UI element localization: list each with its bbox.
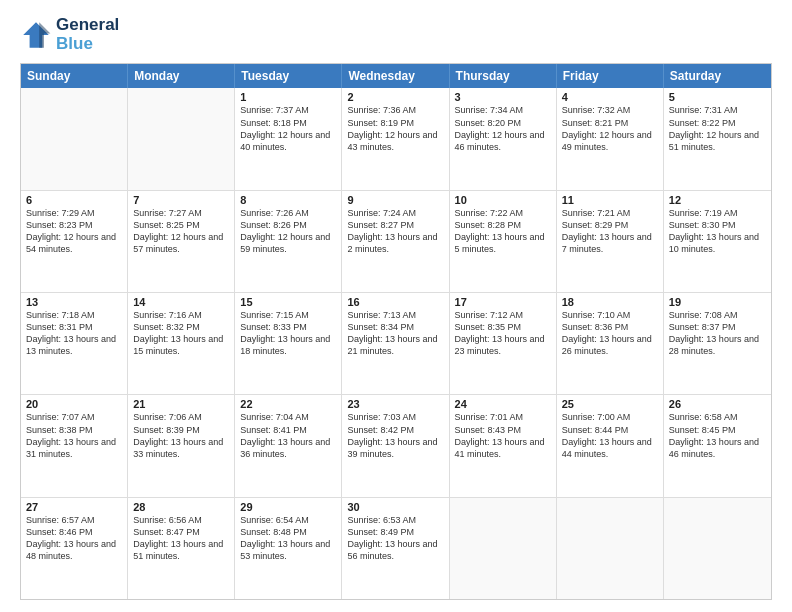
day-cell-11: 11Sunrise: 7:21 AM Sunset: 8:29 PM Dayli… (557, 191, 664, 292)
day-cell-5: 5Sunrise: 7:31 AM Sunset: 8:22 PM Daylig… (664, 88, 771, 189)
day-number: 20 (26, 398, 122, 410)
day-number: 17 (455, 296, 551, 308)
day-number: 19 (669, 296, 766, 308)
day-number: 3 (455, 91, 551, 103)
day-info: Sunrise: 7:19 AM Sunset: 8:30 PM Dayligh… (669, 207, 766, 256)
day-number: 10 (455, 194, 551, 206)
day-cell-28: 28Sunrise: 6:56 AM Sunset: 8:47 PM Dayli… (128, 498, 235, 599)
day-info: Sunrise: 7:37 AM Sunset: 8:18 PM Dayligh… (240, 104, 336, 153)
day-info: Sunrise: 7:18 AM Sunset: 8:31 PM Dayligh… (26, 309, 122, 358)
day-number: 24 (455, 398, 551, 410)
day-cell-10: 10Sunrise: 7:22 AM Sunset: 8:28 PM Dayli… (450, 191, 557, 292)
day-info: Sunrise: 6:56 AM Sunset: 8:47 PM Dayligh… (133, 514, 229, 563)
day-cell-20: 20Sunrise: 7:07 AM Sunset: 8:38 PM Dayli… (21, 395, 128, 496)
day-cell-3: 3Sunrise: 7:34 AM Sunset: 8:20 PM Daylig… (450, 88, 557, 189)
day-cell-18: 18Sunrise: 7:10 AM Sunset: 8:36 PM Dayli… (557, 293, 664, 394)
day-info: Sunrise: 7:07 AM Sunset: 8:38 PM Dayligh… (26, 411, 122, 460)
day-cell-17: 17Sunrise: 7:12 AM Sunset: 8:35 PM Dayli… (450, 293, 557, 394)
day-cell-14: 14Sunrise: 7:16 AM Sunset: 8:32 PM Dayli… (128, 293, 235, 394)
day-number: 15 (240, 296, 336, 308)
day-cell-4: 4Sunrise: 7:32 AM Sunset: 8:21 PM Daylig… (557, 88, 664, 189)
day-info: Sunrise: 7:24 AM Sunset: 8:27 PM Dayligh… (347, 207, 443, 256)
day-info: Sunrise: 7:08 AM Sunset: 8:37 PM Dayligh… (669, 309, 766, 358)
day-number: 22 (240, 398, 336, 410)
day-info: Sunrise: 7:26 AM Sunset: 8:26 PM Dayligh… (240, 207, 336, 256)
day-info: Sunrise: 7:03 AM Sunset: 8:42 PM Dayligh… (347, 411, 443, 460)
weekday-header-monday: Monday (128, 64, 235, 88)
day-cell-27: 27Sunrise: 6:57 AM Sunset: 8:46 PM Dayli… (21, 498, 128, 599)
day-number: 28 (133, 501, 229, 513)
day-info: Sunrise: 7:10 AM Sunset: 8:36 PM Dayligh… (562, 309, 658, 358)
logo-icon (20, 19, 52, 51)
calendar: SundayMondayTuesdayWednesdayThursdayFrid… (20, 63, 772, 600)
day-cell-30: 30Sunrise: 6:53 AM Sunset: 8:49 PM Dayli… (342, 498, 449, 599)
day-number: 16 (347, 296, 443, 308)
calendar-row-3: 20Sunrise: 7:07 AM Sunset: 8:38 PM Dayli… (21, 395, 771, 497)
day-info: Sunrise: 7:22 AM Sunset: 8:28 PM Dayligh… (455, 207, 551, 256)
day-number: 14 (133, 296, 229, 308)
weekday-header-saturday: Saturday (664, 64, 771, 88)
day-cell-15: 15Sunrise: 7:15 AM Sunset: 8:33 PM Dayli… (235, 293, 342, 394)
day-cell-25: 25Sunrise: 7:00 AM Sunset: 8:44 PM Dayli… (557, 395, 664, 496)
day-number: 23 (347, 398, 443, 410)
day-number: 12 (669, 194, 766, 206)
day-number: 8 (240, 194, 336, 206)
day-info: Sunrise: 7:29 AM Sunset: 8:23 PM Dayligh… (26, 207, 122, 256)
logo-text: General Blue (56, 16, 119, 53)
day-info: Sunrise: 7:04 AM Sunset: 8:41 PM Dayligh… (240, 411, 336, 460)
empty-cell (557, 498, 664, 599)
day-info: Sunrise: 7:31 AM Sunset: 8:22 PM Dayligh… (669, 104, 766, 153)
svg-marker-0 (23, 22, 49, 48)
calendar-header: SundayMondayTuesdayWednesdayThursdayFrid… (21, 64, 771, 88)
day-info: Sunrise: 6:57 AM Sunset: 8:46 PM Dayligh… (26, 514, 122, 563)
day-number: 29 (240, 501, 336, 513)
day-info: Sunrise: 6:53 AM Sunset: 8:49 PM Dayligh… (347, 514, 443, 563)
header: General Blue (20, 16, 772, 53)
day-info: Sunrise: 7:21 AM Sunset: 8:29 PM Dayligh… (562, 207, 658, 256)
day-number: 4 (562, 91, 658, 103)
empty-cell (450, 498, 557, 599)
calendar-body: 1Sunrise: 7:37 AM Sunset: 8:18 PM Daylig… (21, 88, 771, 599)
day-cell-9: 9Sunrise: 7:24 AM Sunset: 8:27 PM Daylig… (342, 191, 449, 292)
day-info: Sunrise: 7:36 AM Sunset: 8:19 PM Dayligh… (347, 104, 443, 153)
weekday-header-thursday: Thursday (450, 64, 557, 88)
day-info: Sunrise: 7:13 AM Sunset: 8:34 PM Dayligh… (347, 309, 443, 358)
day-cell-22: 22Sunrise: 7:04 AM Sunset: 8:41 PM Dayli… (235, 395, 342, 496)
day-cell-6: 6Sunrise: 7:29 AM Sunset: 8:23 PM Daylig… (21, 191, 128, 292)
day-number: 1 (240, 91, 336, 103)
empty-cell (128, 88, 235, 189)
day-number: 7 (133, 194, 229, 206)
day-info: Sunrise: 6:58 AM Sunset: 8:45 PM Dayligh… (669, 411, 766, 460)
calendar-row-2: 13Sunrise: 7:18 AM Sunset: 8:31 PM Dayli… (21, 293, 771, 395)
day-cell-7: 7Sunrise: 7:27 AM Sunset: 8:25 PM Daylig… (128, 191, 235, 292)
day-cell-13: 13Sunrise: 7:18 AM Sunset: 8:31 PM Dayli… (21, 293, 128, 394)
day-info: Sunrise: 7:00 AM Sunset: 8:44 PM Dayligh… (562, 411, 658, 460)
day-cell-8: 8Sunrise: 7:26 AM Sunset: 8:26 PM Daylig… (235, 191, 342, 292)
page: General Blue SundayMondayTuesdayWednesda… (0, 0, 792, 612)
day-number: 11 (562, 194, 658, 206)
day-cell-23: 23Sunrise: 7:03 AM Sunset: 8:42 PM Dayli… (342, 395, 449, 496)
logo: General Blue (20, 16, 119, 53)
day-info: Sunrise: 7:01 AM Sunset: 8:43 PM Dayligh… (455, 411, 551, 460)
day-cell-2: 2Sunrise: 7:36 AM Sunset: 8:19 PM Daylig… (342, 88, 449, 189)
day-number: 9 (347, 194, 443, 206)
day-number: 6 (26, 194, 122, 206)
day-cell-1: 1Sunrise: 7:37 AM Sunset: 8:18 PM Daylig… (235, 88, 342, 189)
day-info: Sunrise: 7:16 AM Sunset: 8:32 PM Dayligh… (133, 309, 229, 358)
day-info: Sunrise: 7:06 AM Sunset: 8:39 PM Dayligh… (133, 411, 229, 460)
day-number: 27 (26, 501, 122, 513)
day-number: 13 (26, 296, 122, 308)
empty-cell (21, 88, 128, 189)
weekday-header-sunday: Sunday (21, 64, 128, 88)
calendar-row-0: 1Sunrise: 7:37 AM Sunset: 8:18 PM Daylig… (21, 88, 771, 190)
day-cell-29: 29Sunrise: 6:54 AM Sunset: 8:48 PM Dayli… (235, 498, 342, 599)
day-info: Sunrise: 7:34 AM Sunset: 8:20 PM Dayligh… (455, 104, 551, 153)
empty-cell (664, 498, 771, 599)
day-info: Sunrise: 7:15 AM Sunset: 8:33 PM Dayligh… (240, 309, 336, 358)
calendar-row-4: 27Sunrise: 6:57 AM Sunset: 8:46 PM Dayli… (21, 498, 771, 599)
day-number: 5 (669, 91, 766, 103)
day-cell-21: 21Sunrise: 7:06 AM Sunset: 8:39 PM Dayli… (128, 395, 235, 496)
day-number: 30 (347, 501, 443, 513)
weekday-header-tuesday: Tuesday (235, 64, 342, 88)
day-number: 25 (562, 398, 658, 410)
